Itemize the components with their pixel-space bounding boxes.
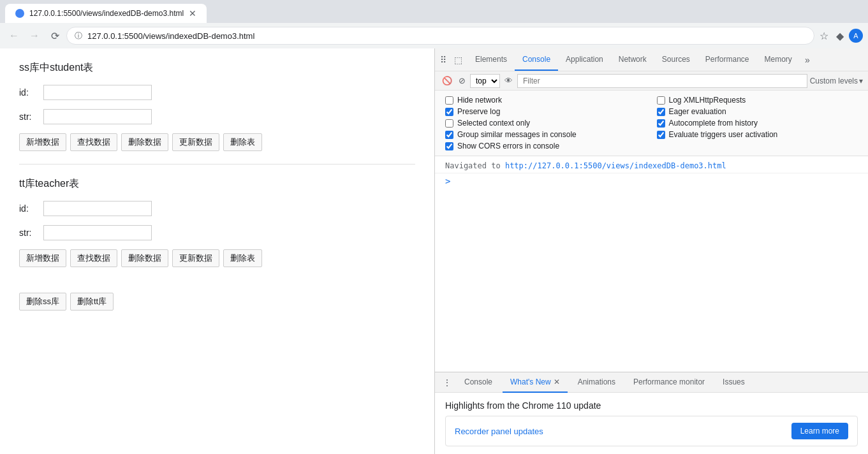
tab-elements[interactable]: Elements bbox=[467, 48, 515, 71]
group-similar-checkbox[interactable] bbox=[445, 131, 453, 139]
tab-performance[interactable]: Performance bbox=[698, 48, 757, 71]
caret-icon: > bbox=[445, 176, 450, 186]
section-teacher-title: tt库teacher表 bbox=[19, 177, 415, 191]
eager-eval-checkbox[interactable] bbox=[657, 108, 665, 116]
whats-new-close-icon[interactable]: ✕ bbox=[554, 377, 560, 386]
context-select[interactable]: top bbox=[470, 74, 500, 88]
option-eval-triggers[interactable]: Evaluate triggers user activation bbox=[657, 130, 858, 139]
student-droptable-button[interactable]: 删除表 bbox=[223, 133, 262, 151]
devtools-panel: ⠿ ⬚ Elements Console Application Network… bbox=[434, 48, 868, 454]
nav-actions: ☆ ◆ A bbox=[817, 27, 863, 45]
student-str-label: str: bbox=[19, 112, 38, 122]
student-buttons: 新增数据 查找数据 删除数据 更新数据 删除表 bbox=[19, 133, 415, 151]
filter-input[interactable] bbox=[517, 74, 807, 88]
tab-application[interactable]: Application bbox=[558, 48, 611, 71]
tab-sources[interactable]: Sources bbox=[654, 48, 698, 71]
devtools-tabs: ⠿ ⬚ Elements Console Application Network… bbox=[435, 48, 868, 71]
nav-link[interactable]: http://127.0.0.1:5500/views/indexedDB-de… bbox=[505, 161, 726, 170]
teacher-droptable-button[interactable]: 删除表 bbox=[223, 249, 262, 267]
more-tabs-button[interactable]: » bbox=[800, 52, 815, 68]
student-add-button[interactable]: 新增数据 bbox=[19, 133, 66, 151]
teacher-delete-button[interactable]: 删除数据 bbox=[121, 249, 168, 267]
console-toolbar: 🚫 ⊘ top 👁 Custom levels ▾ bbox=[435, 71, 868, 91]
teacher-find-button[interactable]: 查找数据 bbox=[70, 249, 117, 267]
nav-text: Navigated to http://127.0.0.1:5500/views… bbox=[445, 161, 726, 170]
drawer-tab-whats-new[interactable]: What's New ✕ bbox=[503, 372, 568, 393]
option-eager-eval[interactable]: Eager evaluation bbox=[657, 107, 858, 116]
teacher-str-label: str: bbox=[19, 228, 38, 238]
console-prompt[interactable]: > bbox=[435, 173, 868, 189]
dock-button[interactable]: ⬚ bbox=[452, 52, 465, 68]
teacher-str-row: str: bbox=[19, 225, 415, 240]
student-id-label: id: bbox=[19, 87, 38, 98]
tab-title: 127.0.0.1:5500/views/indexedDB-demo3.htm… bbox=[29, 9, 184, 18]
drawer-card: Recorder panel updates Learn more bbox=[445, 416, 858, 446]
delete-ss-button[interactable]: 删除ss库 bbox=[19, 293, 66, 311]
active-tab[interactable]: 127.0.0.1:5500/views/indexedDB-demo3.htm… bbox=[5, 4, 207, 23]
selected-context-checkbox[interactable] bbox=[445, 119, 453, 128]
teacher-update-button[interactable]: 更新数据 bbox=[172, 249, 219, 267]
custom-levels-select[interactable]: Custom levels ▾ bbox=[810, 77, 863, 85]
eval-triggers-checkbox[interactable] bbox=[657, 131, 665, 139]
student-update-button[interactable]: 更新数据 bbox=[172, 133, 219, 151]
hide-network-checkbox[interactable] bbox=[445, 96, 453, 105]
clear-console-button[interactable]: 🚫 bbox=[440, 74, 454, 87]
option-show-cors[interactable]: Show CORS errors in console bbox=[445, 142, 647, 150]
show-cors-checkbox[interactable] bbox=[445, 142, 453, 150]
section-teacher: tt库teacher表 id: str: 新增数据 查找数据 删除数据 更新数据… bbox=[19, 177, 415, 267]
student-str-input[interactable] bbox=[43, 109, 152, 124]
reload-button[interactable]: ⟳ bbox=[46, 27, 64, 45]
tab-console[interactable]: Console bbox=[515, 48, 558, 71]
drawer-tab-perf-monitor[interactable]: Performance monitor bbox=[626, 372, 712, 393]
address-bar[interactable]: ⓘ 127.0.0.1:5500/views/indexedDB-demo3.h… bbox=[66, 27, 814, 45]
delete-tt-button[interactable]: 删除tt库 bbox=[70, 293, 114, 311]
option-group-similar[interactable]: Group similar messages in console bbox=[445, 130, 647, 139]
nav-bar: ← → ⟳ ⓘ 127.0.0.1:5500/views/indexedDB-d… bbox=[0, 23, 868, 48]
devtools-header: ⠿ ⬚ Elements Console Application Network… bbox=[435, 48, 868, 71]
tab-close-button[interactable]: ✕ bbox=[189, 8, 196, 18]
forward-button[interactable]: → bbox=[26, 27, 43, 45]
teacher-buttons: 新增数据 查找数据 删除数据 更新数据 删除表 bbox=[19, 249, 415, 267]
teacher-id-row: id: bbox=[19, 201, 415, 216]
teacher-str-input[interactable] bbox=[43, 225, 152, 240]
bookmark-button[interactable]: ☆ bbox=[817, 27, 831, 45]
option-log-xml[interactable]: Log XMLHttpRequests bbox=[657, 96, 858, 105]
student-find-button[interactable]: 查找数据 bbox=[70, 133, 117, 151]
preserve-log-checkbox[interactable] bbox=[445, 108, 453, 116]
url-text: 127.0.0.1:5500/views/indexedDB-demo3.htm… bbox=[87, 31, 806, 41]
drawer-highlight-title: Highlights from the Chrome 110 update bbox=[445, 400, 858, 411]
drawer-tab-issues[interactable]: Issues bbox=[715, 372, 753, 393]
teacher-id-label: id: bbox=[19, 203, 38, 214]
option-hide-network[interactable]: Hide network bbox=[445, 96, 647, 105]
back-button[interactable]: ← bbox=[5, 27, 23, 45]
lock-icon: ⓘ bbox=[75, 31, 82, 41]
autocomplete-checkbox[interactable] bbox=[657, 119, 665, 128]
profile-button[interactable]: A bbox=[849, 29, 863, 43]
drawer-menu-button[interactable]: ⋮ bbox=[440, 375, 454, 390]
drawer-card-link[interactable]: Recorder panel updates bbox=[455, 427, 543, 436]
page-content: ss库中student表 id: str: 新增数据 查找数据 删除数据 更新数… bbox=[0, 48, 434, 454]
undock-button[interactable]: ⠿ bbox=[438, 52, 449, 68]
student-id-input[interactable] bbox=[43, 85, 152, 100]
tab-favicon bbox=[15, 9, 24, 18]
console-nav-message: Navigated to http://127.0.0.1:5500/views… bbox=[435, 159, 868, 173]
log-xml-checkbox[interactable] bbox=[657, 96, 665, 105]
learn-more-button[interactable]: Learn more bbox=[791, 423, 848, 439]
eye-button[interactable]: 👁 bbox=[503, 74, 515, 87]
teacher-add-button[interactable]: 新增数据 bbox=[19, 249, 66, 267]
option-preserve-log[interactable]: Preserve log bbox=[445, 107, 647, 116]
option-autocomplete[interactable]: Autocomplete from history bbox=[657, 119, 858, 128]
extension-button[interactable]: ◆ bbox=[834, 27, 846, 45]
drawer-tab-animations[interactable]: Animations bbox=[570, 372, 623, 393]
drawer-content: Highlights from the Chrome 110 update Re… bbox=[435, 393, 868, 454]
teacher-id-input[interactable] bbox=[43, 201, 152, 216]
tab-memory[interactable]: Memory bbox=[757, 48, 800, 71]
drawer-tab-console[interactable]: Console bbox=[457, 372, 500, 393]
filter-toggle-button[interactable]: ⊘ bbox=[457, 74, 467, 87]
devtools-drawer: ⋮ Console What's New ✕ Animations Perfor… bbox=[435, 372, 868, 454]
section-student-title: ss库中student表 bbox=[19, 61, 415, 75]
student-delete-button[interactable]: 删除数据 bbox=[121, 133, 168, 151]
option-selected-context[interactable]: Selected context only bbox=[445, 119, 647, 128]
tab-network[interactable]: Network bbox=[611, 48, 654, 71]
console-options: Hide network Log XMLHttpRequests Preserv… bbox=[435, 91, 868, 156]
